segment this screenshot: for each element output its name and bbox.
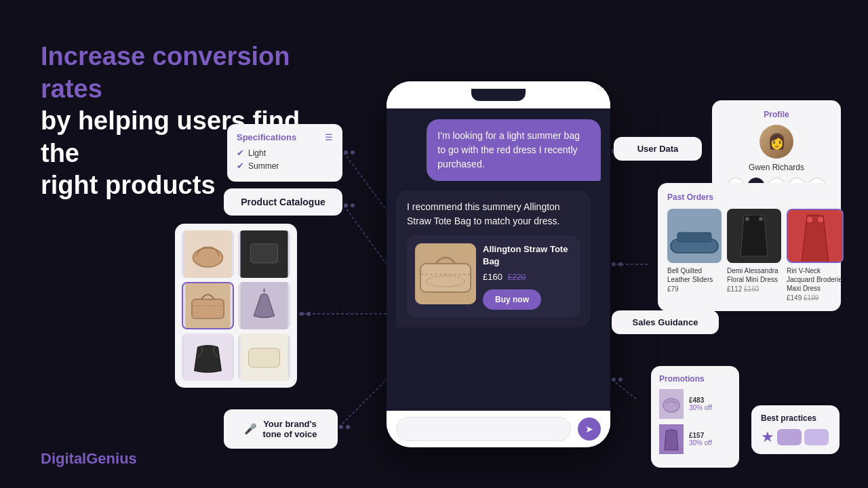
svg-point-47: [759, 217, 763, 221]
past-order-price-2: £112 £160: [727, 285, 781, 293]
svg-point-17: [618, 262, 623, 266]
past-orders-grid: Bell Quilted Leather Sliders £79 Demi Al…: [667, 209, 831, 302]
svg-point-11: [346, 425, 350, 429]
promo-img-2: [659, 424, 684, 454]
svg-rect-44: [677, 232, 711, 242]
past-orders-title: Past Orders: [667, 192, 831, 202]
bp-bar-2: [804, 429, 829, 445]
promo-item-1: £483 30% off: [659, 389, 731, 419]
product-name: Allington Straw Tote Bag: [483, 243, 572, 268]
phone-chat: I'm looking for a light summer bag to go…: [387, 108, 610, 411]
promo-img-1: [659, 389, 684, 419]
past-order-price-3: £149 £199: [787, 294, 844, 302]
bp-bar-1: [777, 429, 802, 445]
phone-input-bar: ➤: [387, 411, 610, 447]
product-thumb-1: [182, 230, 234, 278]
product-thumb-6: ALLSAINTS: [238, 333, 290, 381]
product-info: Allington Straw Tote Bag £160 £220 Buy n…: [483, 243, 572, 310]
best-practices-title: Best practices: [761, 413, 830, 423]
svg-point-4: [344, 203, 348, 207]
svg-point-50: [818, 217, 823, 222]
star-icon: ★: [761, 428, 774, 446]
send-button[interactable]: ➤: [578, 418, 601, 441]
promo-info-1: £483 30% off: [689, 396, 712, 411]
promo-info-2: £157 30% off: [689, 432, 712, 447]
svg-point-5: [351, 203, 355, 207]
product-thumb-5: [182, 333, 234, 381]
svg-point-22: [612, 378, 616, 382]
mic-icon: 🎤: [244, 423, 257, 435]
spec-item-summer: ✔ Summer: [237, 161, 333, 171]
svg-point-25: [193, 248, 223, 267]
chat-bot-message: I recommend this summery Allington Straw…: [396, 190, 591, 327]
user-data-card: User Data: [614, 137, 702, 161]
product-thumb-4: [238, 282, 290, 329]
logo: DigitalGenius: [41, 450, 137, 468]
svg-line-0: [344, 152, 387, 210]
filter-icon: ☰: [325, 132, 333, 142]
promo-item-2: £157 30% off: [659, 424, 731, 454]
promotions-card: Promotions £483 30% off £157 30% off: [651, 366, 739, 468]
best-practices-visual: ★: [761, 428, 830, 446]
product-price: £160 £220: [483, 270, 572, 284]
past-order-name-1: Bell Quilted Leather Sliders: [667, 266, 722, 284]
svg-point-10: [339, 425, 343, 429]
past-order-2: Demi Alessandra Floral Mini Dress £112 £…: [727, 209, 781, 302]
svg-point-23: [618, 378, 623, 382]
past-order-price-1: £79: [667, 285, 722, 293]
past-order-img-1: [667, 209, 722, 263]
profile-name: Gwen Richards: [722, 163, 831, 172]
svg-point-2: [351, 150, 355, 155]
product-image: [415, 243, 476, 304]
profile-title: Profile: [722, 110, 831, 119]
product-price-old: £220: [508, 272, 526, 282]
tone-label: Your brand's tone of voice: [262, 419, 317, 439]
sales-guidance-card: Sales Guidance: [612, 310, 719, 334]
svg-point-52: [663, 399, 679, 412]
phone-mockup: I'm looking for a light summer bag to go…: [387, 81, 610, 447]
product-card: Allington Straw Tote Bag £160 £220 Buy n…: [407, 235, 580, 318]
phone-header: [387, 81, 610, 108]
svg-rect-30: [192, 300, 224, 319]
svg-rect-37: [249, 348, 280, 367]
past-order-name-3: Riri V-Neck Jacquard Broderie Maxi Dress: [787, 266, 844, 293]
svg-point-8: [307, 312, 311, 316]
svg-rect-28: [251, 244, 278, 263]
chat-input[interactable]: [396, 417, 571, 441]
past-order-img-3: [787, 209, 844, 263]
product-catalogue-card: Product Catalogue: [224, 188, 342, 216]
svg-point-49: [807, 217, 812, 222]
svg-point-7: [300, 312, 304, 316]
svg-line-21: [612, 380, 637, 400]
past-order-3: Riri V-Neck Jacquard Broderie Maxi Dress…: [787, 209, 844, 302]
svg-point-1: [344, 150, 348, 155]
svg-point-46: [745, 217, 749, 221]
product-grid-card: ALLSAINTS ALLSAINTS: [175, 224, 297, 388]
best-practices-card: Best practices ★: [751, 405, 840, 454]
chat-user-message: I'm looking for a light summer bag to go…: [427, 119, 601, 181]
past-orders-card: Past Orders Bell Quilted Leather Sliders…: [658, 183, 841, 311]
past-order-1: Bell Quilted Leather Sliders £79: [667, 209, 722, 302]
spec-title: Specifications: [237, 132, 296, 142]
specifications-card: Specifications ☰ ✔ Light ✔ Summer: [227, 124, 342, 182]
product-thumb-3: [182, 282, 234, 329]
svg-line-9: [339, 380, 387, 427]
svg-line-3: [344, 205, 387, 264]
phone-notch: [471, 89, 526, 101]
avatar: 👩: [760, 125, 793, 159]
spec-item-light: ✔ Light: [237, 148, 333, 158]
past-order-img-2: [727, 209, 781, 263]
promotions-title: Promotions: [659, 374, 731, 384]
buy-now-button[interactable]: Buy now: [483, 289, 541, 310]
tone-of-voice-card: 🎤 Your brand's tone of voice: [224, 409, 338, 449]
past-order-name-2: Demi Alessandra Floral Mini Dress: [727, 266, 781, 284]
svg-rect-39: [420, 264, 471, 292]
svg-point-16: [612, 262, 616, 266]
product-thumb-2: ALLSAINTS: [238, 230, 290, 278]
